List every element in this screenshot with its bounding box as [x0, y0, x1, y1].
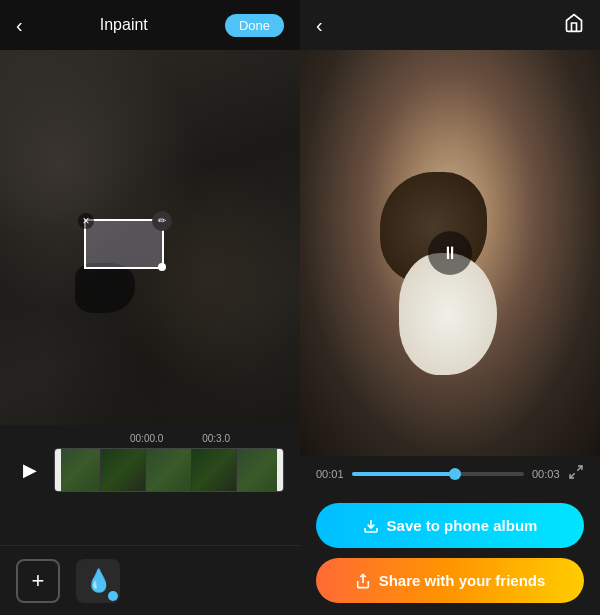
done-button[interactable]: Done: [225, 14, 284, 37]
strip-handle-left[interactable]: [55, 449, 61, 491]
progress-thumb[interactable]: [449, 468, 461, 480]
active-badge: [108, 591, 118, 601]
progress-area: 00:01 00:03: [300, 456, 600, 491]
paint-tool-button[interactable]: 💧: [76, 559, 120, 603]
video-bg: ✏: [0, 50, 300, 425]
progress-bar-fill: [352, 472, 455, 476]
fullscreen-icon: [568, 464, 584, 480]
share-button[interactable]: Share with your friends: [316, 558, 584, 603]
share-icon: [355, 573, 371, 589]
left-panel: ‹ Inpaint Done ✏ 00:00.0 00:3.0 ▶: [0, 0, 300, 615]
video-preview-right: ⏸: [300, 50, 600, 456]
save-label: Save to phone album: [387, 517, 538, 534]
fullscreen-button[interactable]: [568, 464, 584, 483]
action-buttons: Save to phone album Share with your frie…: [300, 491, 600, 615]
home-icon: [564, 13, 584, 33]
pencil-icon: ✏: [152, 211, 172, 231]
time-end-label: 00:03: [532, 468, 560, 480]
cat-silhouette: [75, 263, 135, 313]
save-to-album-button[interactable]: Save to phone album: [316, 503, 584, 548]
play-button[interactable]: ▶: [16, 456, 44, 484]
pause-button[interactable]: ⏸: [428, 231, 472, 275]
svg-line-1: [570, 473, 575, 478]
timestamp-start: 00:00.0: [130, 433, 163, 444]
resize-handle[interactable]: [158, 263, 166, 271]
timeline-strip[interactable]: [54, 448, 284, 492]
time-start-label: 00:01: [316, 468, 344, 480]
right-panel: ‹ ⏸ 00:01 00:03: [300, 0, 600, 615]
inpaint-selection-box[interactable]: ✏: [84, 219, 164, 269]
strip-frame: [192, 449, 238, 491]
strip-frame: [55, 449, 101, 491]
timeline-area: 00:00.0 00:3.0 ▶: [0, 425, 300, 545]
back-button-right[interactable]: ‹: [316, 14, 323, 37]
bottom-tools: + 💧: [0, 545, 300, 615]
download-icon: [363, 518, 379, 534]
timeline-row: ▶: [0, 448, 300, 492]
progress-bar-track[interactable]: [352, 472, 524, 476]
strip-frame: [101, 449, 147, 491]
svg-line-0: [577, 466, 582, 471]
droplet-icon: 💧: [85, 568, 112, 594]
share-label: Share with your friends: [379, 572, 546, 589]
top-bar-left: ‹ Inpaint Done: [0, 0, 300, 50]
top-bar-right: ‹: [300, 0, 600, 50]
timestamp-end: 00:3.0: [202, 433, 230, 444]
strip-frame: [146, 449, 192, 491]
page-title: Inpaint: [100, 16, 148, 34]
strip-frames: [55, 449, 283, 491]
timeline-timestamps: 00:00.0 00:3.0: [0, 433, 300, 444]
back-button[interactable]: ‹: [16, 14, 23, 37]
home-button[interactable]: [564, 13, 584, 38]
video-area-left: ✏: [0, 50, 300, 425]
add-button[interactable]: +: [16, 559, 60, 603]
strip-handle-right[interactable]: [277, 449, 283, 491]
pause-icon: ⏸: [441, 243, 459, 264]
